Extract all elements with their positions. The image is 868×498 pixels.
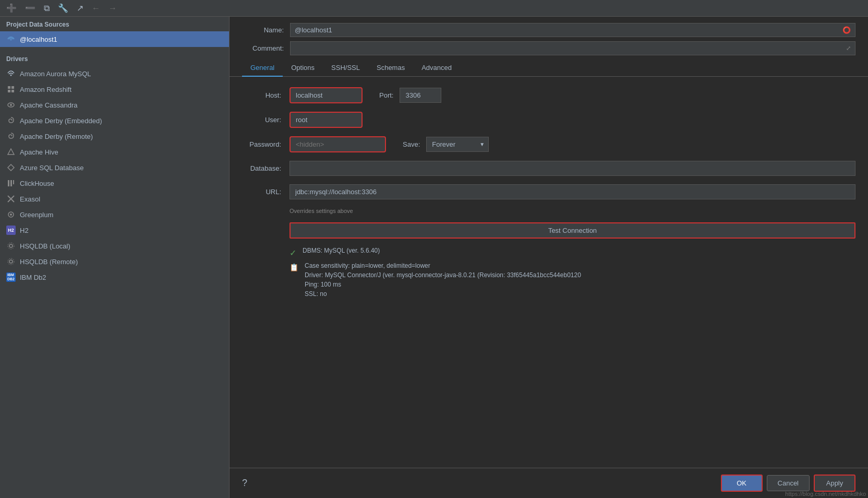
tab-general[interactable]: General bbox=[242, 60, 283, 77]
sidebar-item-apache-derby-embedded[interactable]: Apache Derby (Embedded) bbox=[0, 113, 229, 128]
name-label: Name: bbox=[242, 26, 284, 34]
sidebar-item-apache-hive[interactable]: Apache Hive bbox=[0, 144, 229, 160]
h2-label: H2 bbox=[20, 227, 29, 234]
help-button[interactable]: ? bbox=[242, 478, 247, 489]
right-panel: Name: ⭕ Comment: ⤢ General Options SSH/S… bbox=[230, 17, 868, 498]
tab-schemas[interactable]: Schemas bbox=[368, 60, 413, 77]
watermark: https://blog.csdn.net/nkdhkdhko bbox=[785, 491, 866, 497]
svg-point-20 bbox=[8, 258, 14, 265]
name-input[interactable] bbox=[291, 23, 838, 37]
comment-row: Comment: ⤢ bbox=[230, 41, 868, 60]
svg-point-17 bbox=[9, 244, 13, 247]
circle-icon: ⭕ bbox=[838, 24, 855, 36]
name-input-wrapper: ⭕ bbox=[290, 23, 855, 37]
save-group: Save: Forever Until restart Never bbox=[403, 137, 489, 152]
connection-info: ✓ DBMS: MySQL (ver. 5.6.40) bbox=[290, 247, 855, 258]
svg-rect-3 bbox=[11, 86, 14, 89]
password-row: Password: Save: Forever Until restart Ne… bbox=[242, 136, 855, 152]
svg-point-16 bbox=[10, 214, 12, 216]
conn-line2: Case sensitivity: plain=lower, delimited… bbox=[305, 262, 581, 269]
host-row: Host: Port: bbox=[242, 87, 855, 103]
save-select[interactable]: Forever Until restart Never bbox=[426, 137, 489, 152]
url-input[interactable] bbox=[290, 184, 855, 199]
grid-icon bbox=[6, 85, 16, 94]
main-layout: Project Data Sources @localhost1 Drivers… bbox=[0, 17, 868, 498]
host-label: Host: bbox=[242, 91, 281, 99]
svg-rect-4 bbox=[8, 90, 10, 92]
greenplum-icon bbox=[6, 210, 16, 219]
forward-arrow-icon[interactable]: → bbox=[106, 3, 119, 14]
exasol-label: Exasol bbox=[20, 195, 40, 203]
drivers-section-title: Drivers bbox=[0, 51, 229, 66]
overrides-text: Overrides settings above bbox=[290, 208, 855, 214]
project-section-title: Project Data Sources bbox=[0, 17, 229, 31]
name-row: Name: ⭕ bbox=[230, 17, 868, 41]
doc-icon: 📋 bbox=[290, 263, 298, 271]
connection-text: DBMS: MySQL (ver. 5.6.40) bbox=[303, 247, 380, 254]
hsqldb-remote-label: HSQLDB (Remote) bbox=[20, 258, 78, 266]
password-input[interactable] bbox=[290, 136, 386, 152]
general-form: Host: Port: User: Password: Save: bbox=[230, 77, 868, 468]
gear2-icon bbox=[6, 241, 16, 251]
svg-rect-11 bbox=[10, 180, 12, 186]
tab-advanced[interactable]: Advanced bbox=[413, 60, 460, 77]
hsqldb-local-label: HSQLDB (Local) bbox=[20, 242, 70, 250]
sidebar-item-exasol[interactable]: Exasol bbox=[0, 191, 229, 207]
add-icon[interactable]: ➕ bbox=[4, 2, 19, 14]
svg-marker-9 bbox=[8, 164, 14, 171]
copy-icon[interactable]: ⧉ bbox=[42, 3, 52, 14]
tab-ssh-ssl[interactable]: SSH/SSL bbox=[323, 60, 368, 77]
clickhouse-label: ClickHouse bbox=[20, 180, 54, 187]
h2-icon: H2 bbox=[6, 226, 16, 235]
amazon-redshift-label: Amazon Redshift bbox=[20, 86, 71, 93]
sidebar-item-apache-cassandra[interactable]: Apache Cassandra bbox=[0, 97, 229, 113]
connection-text-2: Case sensitivity: plain=lower, delimited… bbox=[305, 262, 581, 298]
svg-rect-2 bbox=[8, 86, 10, 89]
apache-hive-label: Apache Hive bbox=[20, 148, 58, 156]
settings-icon[interactable]: 🔧 bbox=[56, 2, 70, 14]
user-row: User: bbox=[242, 112, 855, 128]
sidebar-item-amazon-aurora-mysql[interactable]: Amazon Aurora MySQL bbox=[0, 66, 229, 81]
expand-icon[interactable]: ⤢ bbox=[842, 43, 855, 54]
sidebar-item-ibm-db2[interactable]: IBMDB2 IBM Db2 bbox=[0, 269, 229, 285]
apache-derby-embedded-label: Apache Derby (Embedded) bbox=[20, 117, 102, 125]
drivers-section: Drivers Amazon Aurora MySQL Amazon Redsh… bbox=[0, 51, 229, 285]
export-icon[interactable]: ↗ bbox=[75, 2, 86, 14]
ibm-db2-label: IBM Db2 bbox=[20, 274, 46, 281]
apply-button[interactable]: Apply bbox=[814, 475, 855, 492]
comment-input[interactable] bbox=[291, 42, 842, 55]
cancel-button[interactable]: Cancel bbox=[767, 475, 810, 491]
conn-line1: DBMS: MySQL (ver. 5.6.40) bbox=[303, 247, 380, 254]
connection-info-2: 📋 Case sensitivity: plain=lower, delimit… bbox=[290, 262, 855, 298]
sidebar-item-apache-derby-remote[interactable]: Apache Derby (Remote) bbox=[0, 128, 229, 144]
sidebar-item-h2[interactable]: H2 H2 bbox=[0, 222, 229, 238]
sidebar-item-hsqldb-local[interactable]: HSQLDB (Local) bbox=[0, 238, 229, 254]
conn-line3: Driver: MySQL Connector/J (ver. mysql-co… bbox=[305, 271, 581, 279]
save-label: Save: bbox=[403, 140, 420, 148]
sidebar-item-azure-sql-database[interactable]: Azure SQL Database bbox=[0, 160, 229, 175]
triangle-icon bbox=[6, 147, 16, 157]
sidebar-item-clickhouse[interactable]: ClickHouse bbox=[0, 175, 229, 191]
sidebar-item-hsqldb-remote[interactable]: HSQLDB (Remote) bbox=[0, 254, 229, 269]
sidebar-item-greenplum[interactable]: Greenplum bbox=[0, 207, 229, 222]
database-input[interactable] bbox=[290, 161, 855, 176]
host-input[interactable] bbox=[290, 87, 363, 103]
connection-icon bbox=[6, 34, 16, 44]
ibm-icon: IBMDB2 bbox=[6, 272, 16, 282]
ok-button[interactable]: OK bbox=[721, 475, 763, 492]
comment-label: Comment: bbox=[242, 44, 284, 52]
user-input[interactable] bbox=[290, 112, 363, 128]
svg-marker-8 bbox=[8, 149, 14, 155]
back-arrow-icon[interactable]: ← bbox=[90, 3, 102, 14]
tab-options[interactable]: Options bbox=[283, 60, 323, 77]
test-connection-button[interactable]: Test Connection bbox=[290, 222, 855, 239]
svg-point-0 bbox=[10, 39, 12, 41]
sidebar-item-localhost1[interactable]: @localhost1 bbox=[0, 31, 229, 47]
svg-point-1 bbox=[10, 75, 12, 76]
svg-rect-10 bbox=[8, 180, 9, 186]
port-input[interactable] bbox=[400, 88, 441, 103]
eye-icon bbox=[6, 100, 16, 110]
remove-icon[interactable]: ➖ bbox=[23, 2, 38, 14]
sidebar-item-amazon-redshift[interactable]: Amazon Redshift bbox=[0, 81, 229, 97]
tabs-bar: General Options SSH/SSL Schemas Advanced bbox=[230, 60, 868, 77]
